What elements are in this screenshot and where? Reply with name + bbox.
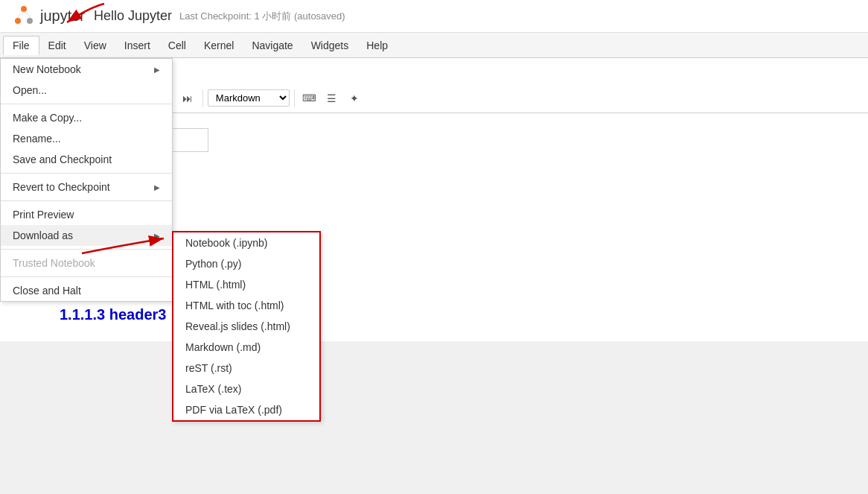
separator5 [1, 276, 172, 277]
menu-new-notebook[interactable]: New Notebook ▶ [1, 59, 172, 80]
dl-latex[interactable]: LaTeX (.tex) [173, 379, 319, 399]
menu-item-help[interactable]: Help [357, 37, 397, 54]
dl-pdf[interactable]: PDF via LaTeX (.pdf) [173, 399, 319, 420]
toolbar-list-btn[interactable]: ☰ [322, 88, 342, 109]
toolbar-separator4 [294, 89, 295, 107]
download-arrow: ▶ [154, 232, 160, 240]
dl-ipynb[interactable]: Notebook (.ipynb) [173, 232, 319, 253]
menu-item-edit[interactable]: Edit [39, 37, 75, 54]
menu-make-copy[interactable]: Make a Copy... [1, 107, 172, 128]
jupyter-logo-icon [12, 4, 36, 28]
menu-save-checkpoint[interactable]: Save and Checkpoint [1, 149, 172, 170]
dl-py[interactable]: Python (.py) [173, 253, 319, 274]
notebook-title: Hello Jupyter [94, 8, 172, 24]
dl-reveal[interactable]: Reveal.js slides (.html) [173, 316, 319, 337]
heading1: 1 header1 [60, 176, 823, 203]
menu-item-widgets[interactable]: Widgets [302, 37, 358, 54]
separator2 [1, 173, 172, 174]
toolbar-settings-btn[interactable]: ✦ [344, 88, 365, 109]
menu-item-file[interactable]: File [3, 36, 39, 55]
title-bar: jupyter Hello Jupyter Last Checkpoint: 1… [0, 0, 868, 33]
toolbar-keyboard-btn[interactable]: ⌨ [299, 88, 320, 109]
menu-trusted-notebook[interactable]: Trusted Notebook [1, 253, 172, 273]
svg-point-0 [21, 6, 27, 12]
menu-item-cell[interactable]: Cell [159, 37, 195, 54]
cell-type-select[interactable]: Markdown [208, 89, 290, 107]
jupyter-wordmark: jupyter [40, 7, 85, 25]
toolbar-separator3 [202, 89, 203, 107]
menu-open[interactable]: Open... [1, 80, 172, 101]
menu-bar: File Edit View Insert Cell Kernel Naviga… [0, 33, 868, 58]
menu-rename[interactable]: Rename... [1, 128, 172, 149]
new-notebook-arrow: ▶ [154, 66, 160, 74]
menu-download-as[interactable]: Download as ▶ [1, 225, 172, 246]
file-dropdown: New Notebook ▶ Open... Make a Copy... Re… [0, 58, 173, 302]
dl-html[interactable]: HTML (.html) [173, 274, 319, 295]
revert-arrow: ▶ [154, 183, 160, 191]
separator3 [1, 200, 172, 201]
separator4 [1, 249, 172, 250]
menu-revert-checkpoint[interactable]: Revert to Checkpoint ▶ [1, 177, 172, 197]
menu-item-kernel[interactable]: Kernel [195, 37, 243, 54]
menu-item-insert[interactable]: Insert [115, 37, 159, 54]
svg-point-2 [27, 18, 33, 24]
menu-item-navigate[interactable]: Navigate [243, 37, 301, 54]
separator1 [1, 104, 172, 104]
menu-close-halt[interactable]: Close and Halt [1, 280, 172, 301]
download-submenu: Notebook (.ipynb) Python (.py) HTML (.ht… [172, 231, 321, 422]
menu-item-view[interactable]: View [75, 37, 115, 54]
menu-print-preview[interactable]: Print Preview [1, 204, 172, 225]
svg-point-1 [15, 18, 21, 24]
dl-md[interactable]: Markdown (.md) [173, 337, 319, 358]
jupyter-logo: jupyter [12, 4, 85, 28]
dl-html-toc[interactable]: HTML with toc (.html) [173, 295, 319, 316]
toolbar-skip-btn[interactable]: ⏭ [177, 88, 198, 109]
checkpoint-info: Last Checkpoint: 1 小时前 (autosaved) [179, 10, 345, 23]
dl-rst[interactable]: reST (.rst) [173, 358, 319, 379]
